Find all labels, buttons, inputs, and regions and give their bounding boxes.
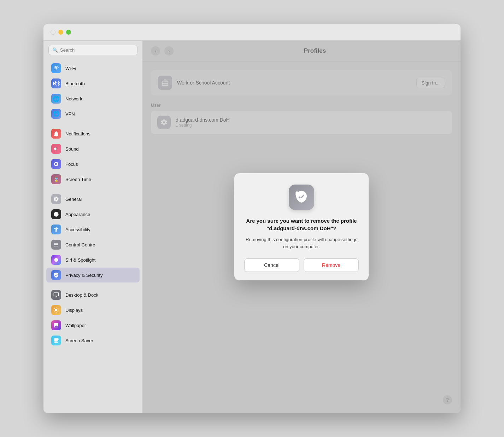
sidebar-item-bluetooth[interactable]: ᛒ Bluetooth [46, 76, 140, 91]
sidebar-item-controlcentre[interactable]: Control Centre [46, 237, 140, 252]
wifi-icon [51, 63, 61, 73]
sidebar-item-vpn[interactable]: 🌐 VPN [46, 106, 140, 121]
sidebar-item-desktop-label: Desktop & Dock [65, 292, 98, 298]
bluetooth-icon: ᛒ [51, 78, 61, 88]
sidebar-item-displays-label: Displays [65, 308, 83, 313]
desktop-icon [51, 290, 61, 300]
network-icon: 🌐 [51, 94, 61, 104]
sidebar-item-general-label: General [65, 197, 82, 202]
sidebar-item-vpn-label: VPN [65, 111, 75, 117]
screensaver-icon [51, 336, 61, 345]
sidebar-item-general[interactable]: General [46, 192, 140, 206]
modal-dialog: Are you sure you want to remove the prof… [234, 173, 369, 280]
siri-icon [51, 255, 61, 265]
sidebar-item-sound-label: Sound [65, 146, 79, 152]
title-bar [43, 24, 461, 41]
sidebar-item-screentime-label: Screen Time [65, 177, 91, 182]
minimize-button[interactable] [58, 30, 63, 35]
sidebar-item-displays[interactable]: Displays [46, 303, 140, 317]
general-icon [51, 194, 61, 204]
sidebar-item-network-label: Network [65, 96, 82, 101]
main-content: ‹ › Profiles Work or School Account [142, 41, 461, 413]
search-icon: 🔍 [52, 47, 58, 53]
main-window: 🔍 Wi-Fi ᛒ [43, 24, 461, 413]
sidebar-item-privacy-label: Privacy & Security [65, 273, 102, 278]
screentime-icon: ⌛ [51, 174, 61, 184]
modal-icon [289, 185, 314, 210]
sidebar-item-notifications[interactable]: Notifications [46, 126, 140, 141]
focus-icon [51, 159, 61, 169]
displays-icon [51, 305, 61, 315]
cancel-button[interactable]: Cancel [244, 258, 299, 272]
sidebar-item-network[interactable]: 🌐 Network [46, 91, 140, 106]
sidebar-item-screentime[interactable]: ⌛ Screen Time [46, 172, 140, 187]
svg-point-2 [55, 309, 58, 311]
sidebar-item-appearance[interactable]: Appearance [46, 207, 140, 222]
sidebar-item-wifi[interactable]: Wi-Fi [46, 61, 140, 76]
maximize-button[interactable] [66, 30, 71, 35]
search-input[interactable] [60, 47, 134, 53]
svg-point-1 [54, 258, 58, 262]
sidebar-item-focus-label: Focus [65, 162, 78, 167]
sidebar-item-focus[interactable]: Focus [46, 157, 140, 171]
close-button[interactable] [51, 30, 55, 35]
sidebar-item-appearance-label: Appearance [65, 212, 90, 217]
sidebar-item-bluetooth-label: Bluetooth [65, 81, 85, 86]
privacy-icon [51, 270, 61, 280]
sidebar-item-screensaver[interactable]: Screen Saver [46, 333, 140, 348]
sidebar-item-accessibility[interactable]: Accessibility [46, 222, 140, 237]
sidebar-item-accessibility-label: Accessibility [65, 227, 90, 232]
sidebar-item-screensaver-label: Screen Saver [65, 338, 93, 343]
sidebar-item-siri-label: Siri & Spotlight [65, 257, 95, 263]
remove-button[interactable]: Remove [304, 258, 359, 272]
modal-overlay: Are you sure you want to remove the prof… [142, 41, 461, 413]
notifications-icon [51, 129, 61, 139]
vpn-icon: 🌐 [51, 109, 61, 119]
modal-title: Are you sure you want to remove the prof… [244, 217, 359, 232]
sidebar-item-desktop[interactable]: Desktop & Dock [46, 287, 140, 302]
svg-point-0 [54, 212, 58, 216]
sidebar: 🔍 Wi-Fi ᛒ [43, 41, 142, 413]
accessibility-icon [51, 225, 61, 234]
sidebar-item-notifications-label: Notifications [65, 131, 90, 136]
wallpaper-icon [51, 320, 61, 330]
traffic-lights [51, 30, 71, 35]
modal-subtitle: Removing this configuration profile will… [244, 236, 359, 250]
controlcentre-icon [51, 240, 61, 250]
sidebar-item-siri[interactable]: Siri & Spotlight [46, 252, 140, 267]
sound-icon [51, 144, 61, 154]
sidebar-item-privacy[interactable]: Privacy & Security [46, 268, 140, 282]
sidebar-item-wallpaper[interactable]: Wallpaper [46, 318, 140, 333]
sidebar-item-wallpaper-label: Wallpaper [65, 323, 86, 328]
search-box[interactable]: 🔍 [48, 45, 137, 55]
sidebar-item-sound[interactable]: Sound [46, 141, 140, 156]
appearance-icon [51, 209, 61, 219]
window-content: 🔍 Wi-Fi ᛒ [43, 41, 461, 413]
sidebar-item-wifi-label: Wi-Fi [65, 66, 76, 71]
modal-buttons: Cancel Remove [244, 258, 359, 272]
sidebar-item-controlcentre-label: Control Centre [65, 242, 95, 247]
